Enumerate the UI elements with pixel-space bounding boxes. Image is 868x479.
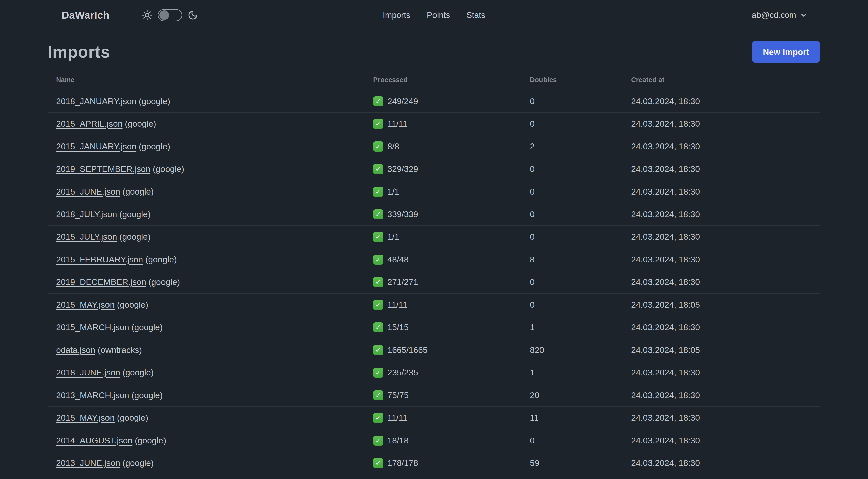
table-row-partial: ✓ [48,475,820,479]
import-file-link[interactable]: 2018_JULY.json [56,209,117,219]
column-header-processed: Processed [373,76,530,84]
processed-cell: ✓ 15/15 [373,323,530,332]
app-logo: DaWarIch [62,9,110,21]
doubles-cell: 59 [530,458,631,468]
check-icon: ✓ [373,164,383,174]
name-cell: 2015_MAY.json (google) [48,413,373,423]
check-icon: ✓ [373,187,383,197]
doubles-cell: 0 [530,164,631,174]
theme-toggle-group [142,9,198,21]
table-row: 2019_SEPTEMBER.json (google) ✓ 329/329 0… [48,158,820,180]
user-menu[interactable]: ab@cd.com [752,10,808,20]
table-row: 2015_JANUARY.json (google) ✓ 8/8 2 24.03… [48,135,820,158]
check-icon: ✓ [373,277,383,287]
import-file-link[interactable]: 2015_JANUARY.json [56,142,136,151]
name-cell: 2015_MARCH.json (google) [48,323,373,332]
import-file-link[interactable]: 2019_SEPTEMBER.json [56,164,150,174]
table-row: 2018_JULY.json (google) ✓ 339/339 0 24.0… [48,203,820,226]
processed-count: 271/271 [387,277,418,287]
import-source-label: (google) [119,209,151,219]
name-cell: 2018_JUNE.json (google) [48,368,373,378]
import-file-link[interactable]: 2013_JUNE.json [56,458,120,468]
table-row: 2019_DECEMBER.json (google) ✓ 271/271 0 … [48,271,820,294]
check-icon: ✓ [373,413,383,423]
name-cell: 2015_MAY.json (google) [48,300,373,310]
doubles-cell: 820 [530,345,631,355]
new-import-button[interactable]: New import [752,41,820,63]
main-content: Imports New import Name Processed Double… [48,30,820,479]
import-file-link[interactable]: 2013_MARCH.json [56,390,129,400]
name-cell: 2015_JANUARY.json (google) [48,142,373,151]
import-file-link[interactable]: 2015_MAY.json [56,413,115,422]
name-cell: 2013_JUNE.json (google) [48,458,373,468]
import-file-link[interactable]: 2014_AUGUST.json [56,436,132,445]
page-title: Imports [48,42,110,61]
doubles-cell: 1 [530,323,631,332]
table-row: 2015_MARCH.json (google) ✓ 15/15 1 24.03… [48,316,820,339]
column-header-created-at: Created at [631,76,820,84]
name-cell: 2015_JULY.json (google) [48,232,373,242]
created-at-cell: 24.03.2024, 18:30 [631,142,820,151]
name-cell: 2015_APRIL.json (google) [48,119,373,129]
created-at-cell: 24.03.2024, 18:30 [631,413,820,423]
check-icon: ✓ [373,142,383,152]
page-header: Imports New import [48,41,820,63]
theme-toggle-switch[interactable] [158,9,182,21]
created-at-cell: 24.03.2024, 18:30 [631,232,820,242]
import-source-label: (owntracks) [98,345,142,355]
doubles-cell: 0 [530,96,631,106]
table-row: 2013_JUNE.json (google) ✓ 178/178 59 24.… [48,452,820,475]
check-icon: ✓ [373,300,383,310]
import-file-link[interactable]: 2015_APRIL.json [56,119,123,128]
table-header-row: Name Processed Doubles Created at [48,70,820,90]
processed-cell: ✓ 271/271 [373,277,530,287]
processed-count: 11/11 [387,413,407,423]
processed-count: 1/1 [387,232,399,242]
column-header-doubles: Doubles [530,76,631,84]
nav-links: Imports Points Stats [383,0,486,30]
moon-icon [188,10,198,20]
doubles-cell: 2 [530,142,631,151]
import-source-label: (google) [123,187,154,196]
import-source-label: (google) [131,390,163,400]
processed-cell: ✓ 1/1 [373,187,530,197]
import-file-link[interactable]: 2015_MAY.json [56,300,115,309]
import-file-link[interactable]: 2015_MARCH.json [56,323,129,332]
check-icon: ✓ [373,232,383,242]
check-icon: ✓ [373,96,383,106]
doubles-cell: 0 [530,300,631,310]
created-at-cell: 24.03.2024, 18:30 [631,323,820,332]
import-file-link[interactable]: odata.json [56,345,95,355]
import-source-label: (google) [153,164,184,174]
doubles-cell: 1 [530,368,631,378]
import-file-link[interactable]: 2018_JUNE.json [56,368,120,377]
doubles-cell: 0 [530,277,631,287]
import-source-label: (google) [117,300,149,309]
import-file-link[interactable]: 2018_JANUARY.json [56,96,136,106]
nav-link-points[interactable]: Points [427,10,450,20]
check-icon: ✓ [373,323,383,332]
processed-cell: ✓ 178/178 [373,458,530,468]
column-header-name: Name [48,76,373,84]
import-file-link[interactable]: 2019_DECEMBER.json [56,277,146,287]
processed-cell: ✓ 18/18 [373,436,530,446]
import-source-label: (google) [119,232,151,241]
import-file-link[interactable]: 2015_JUNE.json [56,187,120,196]
name-cell: 2015_JUNE.json (google) [48,187,373,197]
created-at-cell: 24.03.2024, 18:30 [631,436,820,445]
table-row: 2015_FEBRUARY.json (google) ✓ 48/48 8 24… [48,248,820,271]
processed-count: 1/1 [387,187,399,197]
nav-link-imports[interactable]: Imports [383,10,410,20]
processed-cell: ✓ 11/11 [373,119,530,129]
nav-link-stats[interactable]: Stats [466,10,485,20]
processed-count: 235/235 [387,368,418,378]
created-at-cell: 24.03.2024, 18:30 [631,277,820,287]
table-body: 2018_JANUARY.json (google) ✓ 249/249 0 2… [48,90,820,475]
table-row: 2013_MARCH.json (google) ✓ 75/75 20 24.0… [48,384,820,407]
import-file-link[interactable]: 2015_FEBRUARY.json [56,255,143,264]
import-source-label: (google) [139,142,170,151]
import-file-link[interactable]: 2015_JULY.json [56,232,117,241]
name-cell: 2019_DECEMBER.json (google) [48,277,373,287]
doubles-cell: 0 [530,187,631,197]
table-row: 2015_JUNE.json (google) ✓ 1/1 0 24.03.20… [48,180,820,203]
